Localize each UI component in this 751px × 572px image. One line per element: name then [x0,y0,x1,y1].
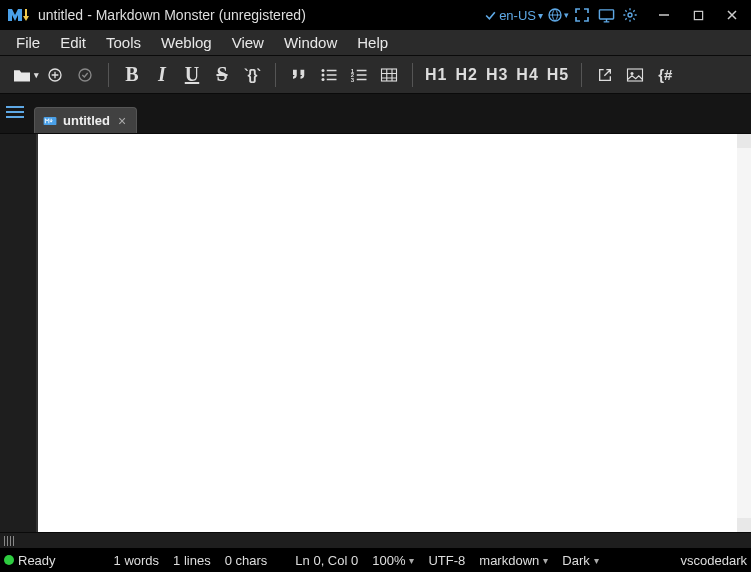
status-editor-theme[interactable]: vscodedark [681,553,747,568]
status-cursor-position: Ln 0, Col 0 [295,553,358,568]
settings-gear-icon[interactable] [621,6,639,24]
svg-point-6 [322,69,325,72]
tab-close-button[interactable]: × [116,113,128,129]
titlebar: untitled - Markdown Monster (unregistere… [0,0,751,30]
status-word-count: 1 words [114,553,160,568]
splitter-handle[interactable] [4,536,14,546]
ordered-list-button[interactable]: 123 [344,60,374,90]
open-file-button[interactable]: ▾ [10,60,40,90]
status-encoding[interactable]: UTF-8 [428,553,465,568]
scrollbar-track[interactable] [737,148,751,518]
menu-tools[interactable]: Tools [96,32,151,53]
document-tab[interactable]: untitled × [34,107,137,133]
tabstrip: untitled × [0,94,751,134]
unordered-list-button[interactable] [314,60,344,90]
bold-button[interactable]: B [117,60,147,90]
status-char-count: 0 chars [225,553,268,568]
menu-weblog[interactable]: Weblog [151,32,222,53]
quote-button[interactable] [284,60,314,90]
status-zoom-dropdown[interactable]: 100%▾ [372,553,414,568]
tab-title: untitled [63,113,110,128]
app-logo [6,3,30,27]
menu-window[interactable]: Window [274,32,347,53]
h3-button[interactable]: H3 [482,60,512,90]
close-button[interactable] [715,1,749,29]
toolbar-separator [108,63,109,87]
window-title-appname: - Markdown Monster (unregistered) [87,7,306,23]
window-title-docname: untitled [38,7,83,23]
globe-icon[interactable]: ▾ [549,6,567,24]
left-gutter [0,134,36,532]
status-theme-dropdown[interactable]: Dark▾ [562,553,598,568]
italic-button[interactable]: I [147,60,177,90]
spellcheck-language-button[interactable]: en-US ▾ [484,8,543,23]
editor-canvas[interactable] [36,134,737,532]
menu-help[interactable]: Help [347,32,398,53]
svg-rect-3 [694,11,702,19]
sidebar-toggle-button[interactable] [6,101,24,123]
menubar: File Edit Tools Weblog View Window Help [0,30,751,56]
status-syntax-dropdown[interactable]: markdown▾ [479,553,548,568]
save-button[interactable] [70,60,100,90]
status-indicator-dot [4,555,14,565]
svg-point-8 [322,78,325,81]
svg-rect-1 [599,9,613,18]
underline-button[interactable]: U [177,60,207,90]
svg-point-7 [322,73,325,76]
status-line-count: 1 lines [173,553,211,568]
code-block-button[interactable]: {# [650,60,680,90]
h1-button[interactable]: H1 [421,60,451,90]
code-braces-button[interactable]: `{}` [237,60,267,90]
status-ready: Ready [4,553,56,568]
svg-text:3: 3 [351,76,355,82]
h2-button[interactable]: H2 [451,60,481,90]
vertical-scrollbar[interactable] [737,134,751,532]
table-button[interactable] [374,60,404,90]
splitter-bar [0,532,751,548]
minimize-button[interactable] [647,1,681,29]
menu-edit[interactable]: Edit [50,32,96,53]
svg-rect-13 [628,69,643,81]
toolbar-separator [275,63,276,87]
titlebar-tools: en-US ▾ ▾ [484,6,639,24]
scrollbar-up-button[interactable] [737,134,751,148]
h5-button[interactable]: H5 [543,60,573,90]
image-button[interactable] [620,60,650,90]
svg-point-5 [79,69,91,81]
menu-file[interactable]: File [6,32,50,53]
new-file-button[interactable] [40,60,70,90]
strikethrough-button[interactable]: S [207,60,237,90]
fullscreen-icon[interactable] [573,6,591,24]
external-link-button[interactable] [590,60,620,90]
toolbar-separator [412,63,413,87]
preview-monitor-icon[interactable] [597,6,615,24]
menu-view[interactable]: View [222,32,274,53]
h4-button[interactable]: H4 [512,60,542,90]
main-area [0,134,751,532]
svg-point-2 [628,13,632,17]
svg-rect-12 [382,69,397,81]
scrollbar-down-button[interactable] [737,518,751,532]
svg-point-14 [631,72,634,75]
maximize-button[interactable] [681,1,715,29]
markdown-file-icon [43,114,57,128]
toolbar-separator [581,63,582,87]
statusbar: Ready 1 words 1 lines 0 chars Ln 0, Col … [0,548,751,572]
toolbar: ▾ B I U S `{}` 123 H1 H2 H3 H4 H5 {# [0,56,751,94]
